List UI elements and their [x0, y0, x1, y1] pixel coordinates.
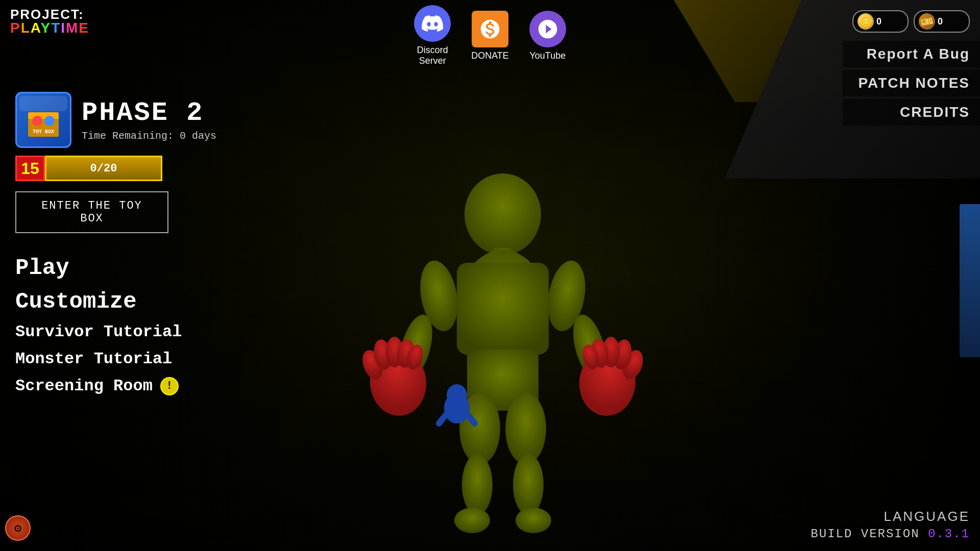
logo-line2: PLAYTIME — [10, 21, 89, 35]
warning-icon: ! — [160, 377, 179, 395]
phase-title: PHASE 2 — [82, 98, 216, 128]
progress-bar: 0/20 — [45, 156, 162, 181]
version-number: 0.3.1 — [928, 527, 970, 541]
phase-text-area: PHASE 2 Time Remaining: 0 days — [82, 98, 216, 142]
youtube-icon — [529, 11, 566, 47]
svg-rect-1 — [28, 112, 59, 119]
nav-survivor-tutorial-button[interactable]: Survivor Tutorial — [15, 318, 245, 345]
svg-point-28 — [454, 508, 490, 533]
nav-customize-button[interactable]: Customize — [15, 285, 245, 318]
nav-menu: Play Customize Survivor Tutorial Monster… — [15, 251, 245, 399]
logo-line1: PROJECT: — [10, 8, 89, 21]
nav-play-button[interactable]: Play — [15, 251, 245, 285]
right-menu: Report A Bug PATCH NOTES CREDITS — [843, 41, 980, 126]
discord-svg — [422, 13, 443, 34]
character-area — [230, 51, 776, 551]
report-bug-button[interactable]: Report A Bug — [843, 41, 980, 67]
tickets-value: 0 — [938, 16, 943, 27]
phase-icon: TOY BOX — [15, 92, 71, 148]
svg-point-31 — [516, 508, 551, 533]
discord-icon — [414, 5, 451, 42]
character-svg — [355, 153, 651, 551]
language-button[interactable]: LANGUAGE — [811, 509, 970, 524]
enter-toy-box-button[interactable]: ENTER THE TOY BOX — [15, 191, 168, 233]
progress-text: 0/20 — [90, 162, 117, 175]
donate-icon — [472, 11, 508, 47]
svg-point-27 — [462, 454, 493, 515]
svg-rect-8 — [457, 263, 549, 355]
coin-icon: 🪙 — [857, 13, 874, 30]
credits-button[interactable]: CREDITS — [843, 99, 980, 126]
svg-point-33 — [447, 384, 467, 407]
tickets-box: 🎫 0 — [914, 10, 970, 33]
level-badge: 15 — [15, 156, 45, 181]
coins-value: 0 — [876, 16, 881, 27]
time-remaining: Time Remaining: 0 days — [82, 130, 216, 142]
svg-point-30 — [513, 454, 544, 515]
patch-notes-button[interactable]: PATCH NOTES — [843, 70, 980, 96]
app-logo: PROJECT: PLAYTIME — [10, 8, 89, 35]
coins-box: 🪙 0 — [852, 10, 909, 33]
svg-point-5 — [464, 173, 541, 255]
svg-point-3 — [44, 116, 55, 126]
currency-area: 🪙 0 🎫 0 — [852, 10, 970, 33]
ticket-icon: 🎫 — [917, 12, 936, 31]
svg-point-2 — [32, 116, 42, 126]
bottom-left-settings-icon[interactable]: ⚙ — [5, 515, 31, 541]
nav-screening-room-button[interactable]: Screening Room ! — [15, 372, 245, 399]
svg-text:TOY BOX: TOY BOX — [33, 129, 54, 135]
build-version: BUILD VERSION 0.3.1 — [811, 527, 970, 541]
phase-header: TOY BOX PHASE 2 Time Remaining: 0 days — [15, 92, 245, 148]
left-panel: TOY BOX PHASE 2 Time Remaining: 0 days 1… — [15, 92, 245, 399]
progress-container: 15 0/20 — [15, 156, 245, 181]
svg-point-29 — [505, 393, 546, 464]
bottom-right-area: LANGUAGE BUILD VERSION 0.3.1 — [811, 509, 970, 541]
nav-monster-tutorial-button[interactable]: Monster Tutorial — [15, 345, 245, 372]
svg-line-34 — [439, 411, 449, 423]
